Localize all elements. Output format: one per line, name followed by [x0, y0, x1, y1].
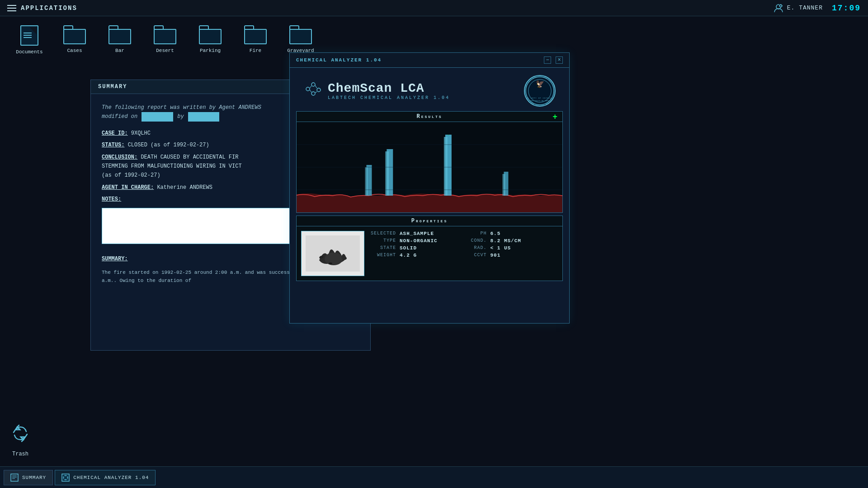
selected-key: SELECTED [371, 231, 396, 236]
fire-folder-icon [244, 25, 267, 44]
properties-title: Properties [411, 218, 448, 224]
chem-window-title: CHEMICAL ANALYZER 1.04 [296, 57, 382, 63]
taskbar-chem-item[interactable]: CHEMICAL ANALYZER 1.04 [55, 470, 156, 485]
hamburger-menu-icon[interactable] [7, 5, 16, 11]
status-value: CLOSED (as of 1992-02-27) [128, 142, 209, 148]
desktop-icon-parking[interactable]: Parking [194, 25, 226, 55]
chemscan-name-block: ChemScan LCA LABTech Chemical Analyzer 1… [328, 81, 450, 100]
user-info: E. TANNER [774, 3, 823, 13]
parking-folder-icon [199, 25, 222, 44]
rad-value: < 1 US [491, 245, 558, 251]
ccvt-key: CCVT [471, 253, 487, 258]
clock-display: 17:09 [832, 4, 861, 13]
spectrum-chart [297, 122, 562, 212]
desert-label: Desert [156, 48, 174, 53]
ph-value: 6.5 [491, 231, 558, 236]
properties-section: Properties [296, 216, 563, 281]
svg-rect-29 [502, 174, 505, 196]
results-chart: 9.26 kHz [297, 122, 562, 212]
minimize-button[interactable]: − [544, 56, 551, 64]
fire-label: Fire [250, 48, 261, 53]
svg-line-12 [315, 85, 317, 88]
desktop-icon-bar[interactable]: Bar [104, 25, 136, 55]
applications-label: APPLICATIONS [21, 5, 77, 12]
state-value: SOLID [400, 245, 467, 251]
desktop: Documents Cases Bar Desert [0, 16, 868, 466]
chemscan-header: ChemScan LCA LABTech Chemical Analyzer 1… [290, 68, 569, 111]
svg-line-13 [315, 92, 317, 93]
taskbar-bottom: SUMMARY CHEMICAL ANALYZER 1.04 [0, 466, 868, 488]
results-plus-button[interactable]: + [552, 113, 559, 122]
chem-analyzer-window: CHEMICAL ANALYZER 1.04 − × [289, 52, 570, 324]
redacted-date [142, 112, 173, 121]
taskbar-summary-label: SUMMARY [22, 475, 46, 480]
rad-key: RAD. [471, 245, 487, 251]
properties-table: SELECTED ASH_SAMPLE PH 6.5 TYPE NON-ORGA… [371, 231, 558, 276]
agent-value: Katherine ANDREWS [157, 184, 212, 191]
user-icon [774, 3, 783, 13]
svg-point-34 [325, 253, 343, 265]
taskbar-top: APPLICATIONS E. TANNER 17:09 [0, 0, 868, 16]
documents-label: Documents [16, 49, 42, 55]
trash-icon [9, 423, 32, 448]
svg-point-9 [317, 88, 321, 92]
taskbar-summary-icon [10, 474, 19, 482]
desert-folder-icon [154, 25, 176, 44]
trash-icon-container[interactable]: Trash [9, 423, 32, 457]
desktop-icon-desert[interactable]: Desert [149, 25, 181, 55]
department-seal: 🦅 FEDERAL DEPT OF INTELLIGENCE THE TRUTH… [524, 75, 556, 107]
user-name: E. TANNER [787, 5, 823, 11]
chemscan-subtitle: LABTech Chemical Analyzer 1.04 [328, 95, 450, 100]
chemscan-brand-name: ChemScan LCA [328, 81, 450, 95]
cases-label: Cases [67, 48, 82, 53]
svg-point-7 [306, 87, 310, 91]
ccvt-value: 901 [491, 253, 558, 258]
results-section: Results + 9.26 kHz [296, 111, 563, 213]
parking-label: Parking [200, 48, 221, 53]
chem-window-controls: − × [544, 56, 563, 64]
svg-point-10 [311, 92, 315, 95]
type-key: TYPE [371, 238, 396, 244]
svg-text:🦅: 🦅 [536, 80, 545, 89]
svg-rect-42 [62, 474, 69, 481]
redacted-name [188, 112, 220, 121]
trash-label: Trash [12, 451, 28, 457]
desktop-icon-graveyard[interactable]: Graveyard [285, 25, 316, 55]
svg-rect-22 [365, 167, 368, 196]
taskbar-chem-icon [61, 474, 70, 482]
weight-value: 4.2 G [400, 253, 467, 258]
graveyard-folder-icon [289, 25, 312, 44]
chemscan-brand: ChemScan LCA LABTech Chemical Analyzer 1… [303, 80, 450, 102]
taskbar-summary-item[interactable]: SUMMARY [4, 470, 53, 485]
sample-image [301, 231, 364, 276]
selected-value: ASH_SAMPLE [400, 231, 467, 236]
desktop-icon-documents[interactable]: Documents [14, 25, 45, 55]
svg-text:FEDERAL DEPT OF INTELLIGENCE: FEDERAL DEPT OF INTELLIGENCE [525, 97, 555, 99]
cond-value: 8.2 MS/CM [491, 238, 558, 244]
svg-line-11 [310, 86, 311, 88]
svg-point-8 [311, 83, 315, 86]
desktop-icon-fire[interactable]: Fire [240, 25, 271, 55]
taskbar-top-right: E. TANNER 17:09 [774, 3, 861, 13]
cases-folder-icon [63, 25, 86, 44]
bar-label: Bar [115, 48, 124, 53]
properties-header: Properties [297, 216, 562, 226]
results-title: Results [416, 113, 442, 120]
ash-sample-svg [306, 235, 360, 272]
results-header: Results + [297, 112, 562, 122]
bar-folder-icon [108, 25, 131, 44]
close-button[interactable]: × [556, 56, 563, 64]
svg-rect-24 [385, 151, 389, 196]
cond-key: COND. [471, 238, 487, 244]
svg-rect-26 [444, 137, 448, 196]
molecule-icon [303, 80, 321, 102]
weight-key: WEIGHT [371, 253, 396, 258]
desktop-icon-cases[interactable]: Cases [59, 25, 90, 55]
taskbar-chem-label: CHEMICAL ANALYZER 1.04 [73, 475, 149, 480]
ph-key: PH [471, 231, 487, 236]
properties-body: SELECTED ASH_SAMPLE PH 6.5 TYPE NON-ORGA… [297, 226, 562, 281]
documents-file-icon [20, 25, 38, 46]
svg-line-14 [310, 90, 311, 92]
state-key: STATE [371, 245, 396, 251]
chem-titlebar: CHEMICAL ANALYZER 1.04 − × [290, 53, 569, 68]
